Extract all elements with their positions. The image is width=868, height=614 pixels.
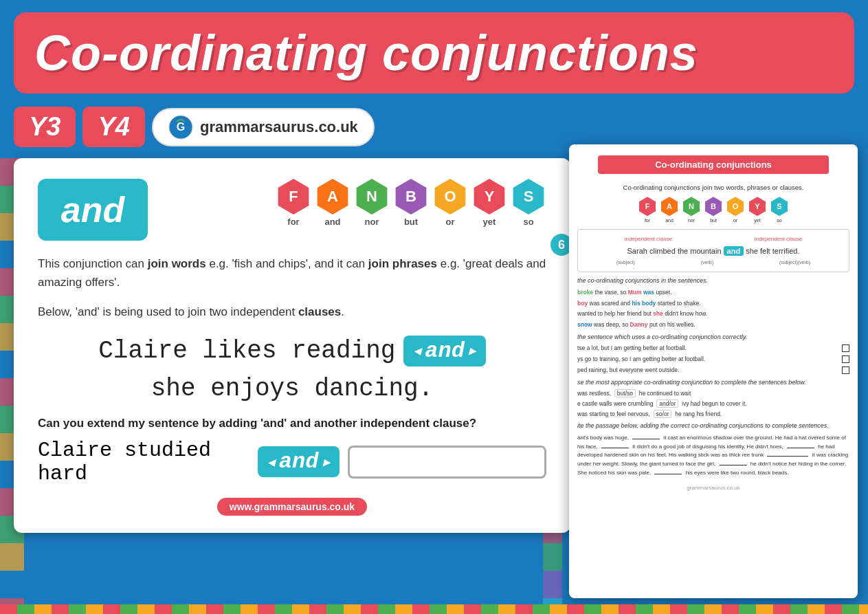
ws-sent1: broke the vase, so Mum was upset. [577,288,849,297]
label-nor: nor [365,217,379,227]
badges-row: Y3 Y4 G grammarsaurus.co.uk [14,107,375,147]
fanboys-Y: Y yet [471,179,507,227]
svg-text:G: G [177,121,185,133]
label-yet: yet [483,217,496,227]
hex-Y: Y [471,179,507,215]
ws-content: Co-ordinating conjunctions join two word… [569,179,858,498]
label-and: and [324,217,340,227]
ws-hex-N: N [682,197,701,216]
ws-label-yet: yet [754,217,760,225]
card-top-row: and F for A and N nor B but O or [38,179,546,241]
ws-passage-text: ant's body was huge, it cast an enormous… [577,434,849,478]
ws-checkbox-box1[interactable] [842,344,849,352]
ws-section1-text: the co-ordinating conjunctions in the se… [577,277,708,284]
ws-checkbox-box2[interactable] [842,355,849,363]
ws-section3-text: se the most appropriate co-ordinating co… [577,379,806,386]
ws-checkbox-box3[interactable] [842,366,849,374]
ws-subject1: (subject) [616,259,635,266]
conjunction-badge: and [38,179,148,241]
sentence-left: Claire likes reading [98,337,395,365]
ws-indep-clause1: independent clause [625,235,672,244]
conjunction-inline-and2: and [258,446,340,477]
ws-checkbox3: ped raining, but everyone went outside. [577,366,849,375]
ws-sent-right: she felt terrified. [746,247,799,255]
ws-sent3: wanted to help her friend but she didn't… [577,309,849,318]
ws-fill1: was restless, but/so he continued to wai… [577,389,849,398]
ws-sub-labels: (subject) (verb) (subject)(verb) [583,259,843,266]
conjunction-inline-word2: and [279,449,319,474]
ws-cb2-text: ys go to training, so I am getting bette… [577,355,705,364]
ws-cb1-text: tse a lot, but I am getting better at fo… [577,344,687,353]
desc-text1: This conjunction can [38,257,148,270]
ws-sent4: snow was deep, so Danny put on his welli… [577,320,849,329]
fanboys-O: O or [432,179,468,227]
conjunction-word: and [61,189,124,230]
main-example-sentence: Claire likes reading and she enjoys danc… [38,336,546,403]
ws-label-so: so [777,217,781,225]
question-text: Can you extend my sentence by adding 'an… [38,417,546,430]
fanboys-A: A and [315,179,350,227]
website-url: grammarsaurus.co.uk [200,118,358,136]
fanboys-B: B but [393,179,429,227]
hex-A: A [315,179,350,215]
ws-sent-left: Sarah climbed the mountain [627,247,724,255]
hex-S: S [511,179,546,215]
label-or: or [446,217,455,227]
ws-cb3-text: ped raining, but everyone went outside. [577,366,679,375]
ws-section2-text: the sentence which uses a co-ordinating … [577,333,747,340]
hex-N: N [354,179,390,215]
ws-fill3: was starting to feel nervous, so/or he r… [577,410,849,419]
hex-O: O [432,179,468,215]
footer-url: www.grammarsaurus.co.uk [217,498,367,516]
ws-footer-logo: grammarsaurus.co.uk [687,485,739,491]
ws-fanboys-row: F for A and N nor B but O or Y yet [577,197,849,225]
desc-bold3: clauses [298,305,341,318]
ws-sent2: boy was scared and his body started to s… [577,299,849,308]
fanboys-N: N nor [354,179,390,227]
ws-label-or: or [733,217,737,225]
sentence-right: she enjoys dancing. [151,375,433,403]
ws-section3-label: se the most appropriate co-ordinating co… [577,378,849,388]
label-so: so [523,217,533,227]
ws-section2-label: the sentence which uses a co-ordinating … [577,333,849,342]
ws-hex-O: O [726,197,745,216]
ws-header-label: Co-ordinating conjunctions [598,155,829,174]
ws-checkbox1: tse a lot, but I am getting better at fo… [577,344,849,353]
ws-section1-label: the co-ordinating conjunctions in the se… [577,276,849,286]
ws-verb1: (verb) [701,259,713,266]
ws-example-sentence: Sarah climbed the mountain and she felt … [583,245,843,258]
year3-badge: Y3 [14,107,76,147]
card-footer: www.grammarsaurus.co.uk [38,498,546,516]
user-input-field[interactable] [348,446,546,479]
header: Co-ordinating conjunctions [0,0,868,120]
ws-label-for: for [645,217,650,225]
description-paragraph2: Below, 'and' is being used to join two i… [38,303,546,321]
fanboys-S: S so [511,179,546,227]
ws-sent-and: and [724,246,744,256]
ws-indep-clause2: independent clause [755,235,802,244]
ws-hex-F: F [638,197,657,216]
ws-hex-B: B [704,197,723,216]
desc-text5: . [341,305,344,318]
input-sentence-row: Claire studied hard and [38,439,546,485]
ws-hex-Y: Y [748,197,767,216]
grammarsaurus-logo: G [168,115,193,140]
desc-text4: Below, 'and' is being used to join two i… [38,305,298,318]
main-card: and F for A and N nor B but O or [14,158,570,533]
ws-clause-labels: independent clause independent clause [583,235,843,244]
ws-label-but: but [710,217,717,225]
website-badge: G grammarsaurus.co.uk [152,108,375,146]
page-title: Co-ordinating conjunctions [34,25,698,81]
worksheet-panel: Co-ordinating conjunctions Co-ordinating… [569,144,858,598]
conjunction-inline-and: and [403,336,485,366]
title-box: Co-ordinating conjunctions [14,12,854,94]
fanboys-F: F for [276,179,311,227]
hex-B: B [393,179,429,215]
ws-hex-S: S [770,197,789,216]
ws-checkbox2: ys go to training, so I am getting bette… [577,355,849,364]
conjunction-inline-word: and [425,338,465,364]
ws-footer: grammarsaurus.co.uk [577,483,849,496]
ws-subtitle: Co-ordinating conjunctions join two word… [577,183,849,193]
desc-bold1: join words [148,257,206,270]
description-paragraph: This conjunction can join words e.g. 'fi… [38,254,546,292]
